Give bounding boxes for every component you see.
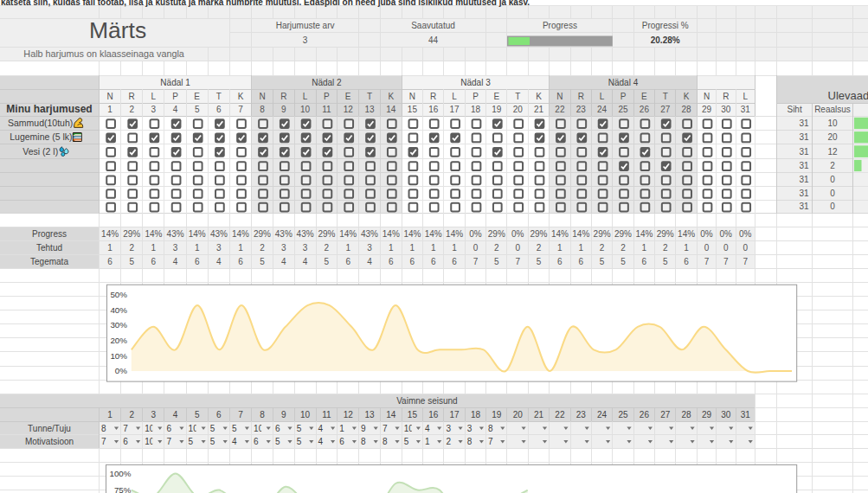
svg-text:N: N <box>556 92 563 101</box>
svg-text:2: 2 <box>129 410 134 419</box>
svg-text:14%: 14% <box>572 229 589 239</box>
svg-text:6: 6 <box>254 437 259 446</box>
svg-text:Vesi (2 l): Vesi (2 l) <box>23 146 58 157</box>
svg-text:0%: 0% <box>115 366 127 375</box>
svg-text:P: P <box>172 92 178 101</box>
svg-text:5: 5 <box>297 437 302 446</box>
svg-text:5: 5 <box>129 257 134 266</box>
svg-text:Vaimne seisund: Vaimne seisund <box>396 396 457 406</box>
svg-text:18: 18 <box>471 105 481 114</box>
svg-text:7: 7 <box>473 257 479 266</box>
svg-text:1: 1 <box>642 243 647 253</box>
svg-text:Minu harjumused: Minu harjumused <box>6 103 92 115</box>
svg-text:6: 6 <box>410 257 415 266</box>
svg-text:29%: 29% <box>530 229 547 239</box>
svg-text:5: 5 <box>297 424 302 433</box>
svg-text:Motivatsioon: Motivatsioon <box>25 437 74 446</box>
svg-text:29%: 29% <box>614 229 632 239</box>
svg-text:28: 28 <box>682 105 692 114</box>
svg-text:40%: 40% <box>110 305 127 315</box>
svg-text:31: 31 <box>799 118 809 128</box>
svg-text:2: 2 <box>537 243 542 253</box>
svg-text:6: 6 <box>216 105 222 114</box>
svg-text:2: 2 <box>830 161 835 170</box>
svg-text:T: T <box>216 92 222 101</box>
svg-text:22: 22 <box>555 410 565 419</box>
svg-text:6: 6 <box>167 424 172 433</box>
svg-text:5: 5 <box>210 437 215 446</box>
svg-text:0: 0 <box>830 202 835 211</box>
svg-text:14%: 14% <box>383 229 400 239</box>
svg-text:5: 5 <box>275 437 280 446</box>
svg-text:5: 5 <box>600 257 605 266</box>
svg-text:6: 6 <box>452 257 457 266</box>
svg-text:27: 27 <box>660 410 671 419</box>
svg-text:31: 31 <box>799 132 809 142</box>
svg-text:K: K <box>388 92 394 101</box>
svg-text:6: 6 <box>216 410 222 419</box>
svg-text:15: 15 <box>408 410 418 419</box>
svg-text:5: 5 <box>195 410 200 419</box>
svg-text:7: 7 <box>383 424 388 433</box>
svg-text:7: 7 <box>101 437 106 446</box>
svg-text:L: L <box>452 92 457 101</box>
svg-text:7: 7 <box>515 257 520 266</box>
svg-text:0%: 0% <box>720 229 733 239</box>
svg-text:4: 4 <box>367 257 372 266</box>
svg-text:Progress: Progress <box>32 229 67 239</box>
svg-text:6: 6 <box>275 424 280 433</box>
svg-text:R: R <box>280 92 286 101</box>
svg-text:2: 2 <box>129 105 134 114</box>
svg-text:20.28%: 20.28% <box>651 35 680 45</box>
svg-text:24: 24 <box>597 410 608 419</box>
svg-text:10: 10 <box>300 105 311 114</box>
svg-text:20%: 20% <box>110 336 127 345</box>
svg-text:3: 3 <box>216 243 222 253</box>
svg-text:20: 20 <box>513 105 524 114</box>
svg-text:15: 15 <box>408 105 418 114</box>
svg-text:29: 29 <box>702 410 712 419</box>
svg-text:25: 25 <box>618 410 628 419</box>
svg-text:23: 23 <box>576 410 587 419</box>
svg-text:10%: 10% <box>110 351 127 361</box>
svg-text:Tunne/Tuju: Tunne/Tuju <box>28 424 71 433</box>
svg-text:1: 1 <box>151 243 157 253</box>
svg-text:29%: 29% <box>254 229 271 239</box>
svg-text:N: N <box>409 92 415 101</box>
svg-text:23: 23 <box>576 105 587 114</box>
svg-text:30%: 30% <box>110 320 127 330</box>
svg-text:16: 16 <box>428 410 439 419</box>
svg-text:1: 1 <box>431 243 436 253</box>
svg-text:L: L <box>600 92 605 101</box>
svg-text:4: 4 <box>281 257 286 266</box>
svg-text:18: 18 <box>471 410 481 419</box>
svg-text:5: 5 <box>210 424 215 433</box>
svg-text:0: 0 <box>743 243 748 253</box>
svg-text:4: 4 <box>173 105 178 114</box>
svg-text:14: 14 <box>386 105 396 114</box>
svg-text:6: 6 <box>579 257 584 266</box>
svg-text:12: 12 <box>344 410 354 419</box>
svg-text:L: L <box>743 92 748 101</box>
svg-text:Tehtud: Tehtud <box>36 243 62 253</box>
svg-text:6: 6 <box>238 257 243 266</box>
svg-text:4: 4 <box>173 257 178 266</box>
svg-text:26: 26 <box>640 105 650 114</box>
svg-text:katseta siin, kuidas fail tööt: katseta siin, kuidas fail töötab, lisa j… <box>1 0 530 7</box>
svg-text:9: 9 <box>281 105 286 114</box>
svg-text:8: 8 <box>383 437 388 446</box>
svg-text:12: 12 <box>344 105 354 114</box>
svg-text:7: 7 <box>743 257 748 266</box>
svg-text:3: 3 <box>151 410 157 419</box>
svg-text:0: 0 <box>723 243 729 253</box>
svg-text:N: N <box>704 92 710 101</box>
svg-text:14%: 14% <box>145 229 162 239</box>
svg-text:Halb harjumus on klaasseinaga: Halb harjumus on klaasseinaga vangla <box>23 48 183 59</box>
svg-text:4: 4 <box>425 424 430 433</box>
svg-text:4: 4 <box>216 257 222 266</box>
svg-text:43%: 43% <box>210 229 228 239</box>
svg-text:Nädal 2: Nädal 2 <box>312 78 342 87</box>
svg-text:17: 17 <box>450 105 460 114</box>
svg-text:0: 0 <box>830 189 835 198</box>
svg-text:Progressi %: Progressi % <box>642 21 689 30</box>
